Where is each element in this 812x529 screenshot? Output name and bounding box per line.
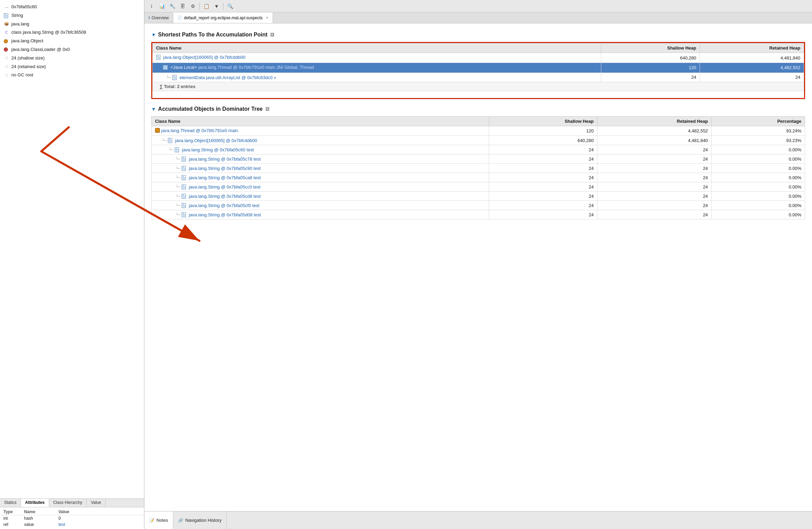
section2-export-icon[interactable]: 🖼: [265, 107, 270, 111]
table-row[interactable]: java.lang.Thread @ 0x7bfc791e0 main 120 …: [152, 126, 805, 136]
class-link[interactable]: java.lang.String @ 0x7bfa05cc0 test: [189, 184, 260, 190]
tools-btn[interactable]: 🔧: [168, 2, 177, 11]
tab-statics[interactable]: Statics: [0, 499, 21, 507]
doc-icon: [182, 156, 186, 162]
search-btn[interactable]: 🔍: [226, 2, 234, 11]
attr-row-hash[interactable]: int hash 0: [0, 515, 144, 521]
tab-class-hierarchy[interactable]: Class Hierarchy: [49, 499, 87, 507]
table-row[interactable]: └─ java.lang.String @ 0x7bfa05c60 test 2…: [152, 145, 805, 154]
cell-pct: 93.23%: [712, 136, 805, 145]
table-row[interactable]: └─ java.lang.String @ 0x7bfa05cd8 test 2…: [152, 192, 805, 201]
left-tabs: Statics Attributes Class Hierarchy Value: [0, 498, 144, 507]
tree-item[interactable]: java.lang.Object: [0, 37, 144, 45]
class-link[interactable]: java.lang.String @ 0x7bfa05c90 test: [189, 166, 261, 171]
left-panel: — 0x7bfa05c60 String 📦 java.lang C class…: [0, 0, 144, 529]
settings-btn[interactable]: ⚙: [188, 2, 197, 11]
tree-prefix: └─: [176, 185, 180, 189]
tree-item-label: java.lang.ClassLoader @ 0x0: [11, 46, 70, 53]
class-link[interactable]: java.lang.String @ 0x7bfa05cd8 test: [189, 194, 261, 199]
tree-item-label: 24 (retained size): [11, 63, 46, 71]
cell-retained: 24: [597, 210, 711, 219]
attr-row-value[interactable]: ref value test: [0, 521, 144, 528]
class-link[interactable]: java.lang.String @ 0x7bfa05cf0 test: [189, 203, 259, 208]
cell-shallow: 24: [489, 210, 597, 219]
cell-retained: 24: [597, 192, 711, 201]
tree-item[interactable]: String: [0, 11, 144, 20]
dropdown-btn[interactable]: ▼: [212, 2, 221, 11]
table-row-highlighted[interactable]: <Java Local> java.lang.Thread @ 0x7bfc79…: [153, 63, 804, 73]
bottom-tab-nav-history[interactable]: 🔗 Navigation History: [173, 511, 227, 529]
tree-item[interactable]: java.lang.ClassLoader @ 0x0: [0, 45, 144, 54]
tab-default-report[interactable]: 📄 default_report org.eclipse.mat.api:sus…: [173, 12, 273, 23]
cell-pct: 0.00%: [712, 164, 805, 173]
tree-item[interactable]: C class java.lang.String @ 0x7bfc36508: [0, 28, 144, 37]
tree-item[interactable]: 📦 java.lang: [0, 20, 144, 29]
cell-retained: 24: [597, 173, 711, 182]
table-row[interactable]: └─ elementData java.util.ArrayList @ 0x7…: [153, 73, 804, 82]
section1-toggle[interactable]: ▼: [151, 32, 156, 37]
doc-icon: [175, 147, 179, 152]
class-link[interactable]: java.lang.String @ 0x7bfa05d08 test: [189, 212, 261, 217]
cell-classname: └─ java.lang.String @ 0x7bfa05cc0 test: [152, 182, 489, 192]
section1-export-icon[interactable]: 🖼: [270, 32, 274, 37]
toolbar-sep-1: [199, 3, 200, 10]
info-btn[interactable]: i: [147, 2, 156, 11]
tab-close-icon[interactable]: ✕: [266, 16, 268, 20]
table-row[interactable]: └─ java.lang.String @ 0x7bfa05c90 test 2…: [152, 164, 805, 173]
section2-table: Class Name Shallow Heap Retained Heap Pe…: [151, 116, 805, 220]
cell-retained: 24: [597, 182, 711, 192]
tree-item[interactable]: □ no GC root: [0, 71, 144, 79]
clipboard-btn[interactable]: 📋: [202, 2, 211, 11]
table-row[interactable]: └─ java.lang.String @ 0x7bfa05d08 test 2…: [152, 210, 805, 219]
tree-item-label: no GC root: [11, 72, 33, 79]
chart-btn[interactable]: 📊: [157, 2, 166, 11]
class-link[interactable]: java.lang.String @ 0x7bfa05c60 test: [182, 147, 254, 152]
class-link[interactable]: java.lang.Object[160065] @ 0x7bfcddb00: [175, 138, 257, 143]
cell-retained: 24: [597, 164, 711, 173]
col2-percentage: Percentage: [712, 116, 805, 126]
class-link[interactable]: elementData java.util.ArrayList @ 0x7bfc…: [179, 75, 276, 80]
doc-icon: [168, 138, 172, 143]
cell-classname: └─ java.lang.String @ 0x7bfa05d08 test: [152, 210, 489, 219]
section1-title: Shortest Paths To the Accumulation Point: [158, 32, 267, 38]
tab-attributes[interactable]: Attributes: [21, 499, 49, 507]
section1-highlight-box: Class Name Shallow Heap Retained Heap ja…: [151, 42, 805, 99]
cell-pct: 93.24%: [712, 126, 805, 136]
tree-item-label: 0x7bfa05c60: [11, 3, 37, 11]
table-row-summary: ∑ Total: 2 entries: [153, 82, 804, 91]
table-row[interactable]: └─ java.lang.String @ 0x7bfa05ca8 test 2…: [152, 173, 805, 182]
cell-classname: └─ java.lang.String @ 0x7bfa05c78 test: [152, 154, 489, 164]
resize-handle[interactable]: [143, 0, 144, 529]
table-row[interactable]: └─ java.lang.String @ 0x7bfa05cf0 test 2…: [152, 201, 805, 210]
tab-overview[interactable]: ℹ Overview: [144, 12, 173, 23]
tab-value[interactable]: Value: [87, 499, 106, 507]
db-btn[interactable]: 🗄: [178, 2, 187, 11]
tab-report-label: default_report org.eclipse.mat.api:suspe…: [184, 15, 263, 20]
tree-item[interactable]: □ 24 (retained size): [0, 63, 144, 71]
cell-classname: java.lang.Object[160065] @ 0x7bfcddb00: [153, 53, 601, 63]
tree-prefix: └─: [176, 203, 180, 208]
table-row[interactable]: java.lang.Object[160065] @ 0x7bfcddb00 6…: [153, 53, 804, 63]
tree-item[interactable]: — 0x7bfa05c60: [0, 3, 144, 11]
class-link[interactable]: java.lang.String @ 0x7bfa05c78 test: [189, 156, 261, 162]
class-link[interactable]: java.lang.Thread @ 0x7bfc791e0 main: [161, 128, 238, 133]
attributes-table: Type Name Value int hash 0 ref value tes…: [0, 507, 144, 529]
gc-icon: □: [3, 72, 10, 78]
table-row[interactable]: └─ java.lang.String @ 0x7bfa05cc0 test 2…: [152, 182, 805, 192]
section1-header: ▼ Shortest Paths To the Accumulation Poi…: [151, 32, 805, 38]
bottom-tab-notes[interactable]: 📝 Notes: [144, 511, 173, 529]
class-link[interactable]: java.lang.String @ 0x7bfa05ca8 test: [189, 175, 261, 180]
class-link[interactable]: java.lang.Object[160065] @ 0x7bfcddb00: [163, 55, 245, 60]
cell-classname: └─ java.lang.String @ 0x7bfa05c60 test: [152, 145, 489, 154]
section2-toggle[interactable]: ▼: [151, 106, 156, 112]
tree-item-label: 24 (shallow size): [11, 55, 45, 62]
tree-item[interactable]: □ 24 (shallow size): [0, 54, 144, 63]
cell-retained: 4,481,840: [597, 136, 711, 145]
cell-retained: 24: [597, 154, 711, 164]
table-row[interactable]: └─ java.lang.Object[160065] @ 0x7bfcddb0…: [152, 136, 805, 145]
table-row[interactable]: └─ java.lang.String @ 0x7bfa05c78 test 2…: [152, 154, 805, 164]
cell-shallow: 640,280: [489, 136, 597, 145]
col-classname: Class Name: [153, 43, 601, 53]
notes-icon: 📝: [149, 518, 154, 523]
doc-icon: [182, 184, 186, 190]
